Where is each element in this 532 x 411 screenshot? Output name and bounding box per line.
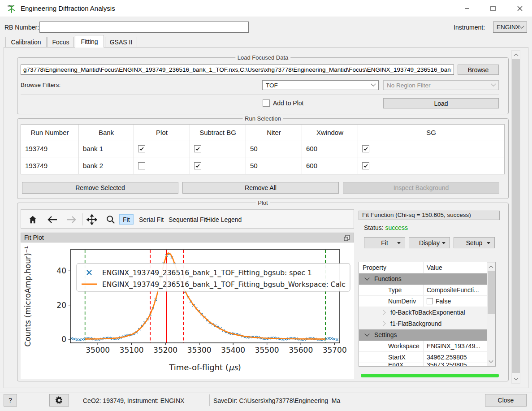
x-tick-label: 35200 — [153, 346, 177, 355]
status-value: success — [385, 224, 408, 231]
property-section-settings[interactable]: Settings — [359, 329, 487, 341]
property-row-workspace[interactable]: WorkspaceENGINX_193749... — [359, 341, 487, 352]
fit-status-line: Status: success — [364, 224, 408, 231]
x-tick-label: 35700 — [323, 346, 347, 355]
remove-all-button[interactable]: Remove All — [182, 182, 339, 194]
maximize-button[interactable] — [482, 0, 504, 17]
region-filter-value: No Region Filter — [387, 82, 431, 89]
chevron-right-icon[interactable] — [381, 310, 385, 315]
property-row-numderiv[interactable]: NumDerivFalse — [359, 296, 487, 307]
load-group-separator — [21, 94, 499, 95]
fit-plot-canvas[interactable]: 3500035100352003530035400355003560035700… — [21, 242, 354, 379]
tab-calibration[interactable]: Calibration — [5, 37, 47, 47]
scroll-up-icon[interactable] — [489, 265, 493, 270]
subtract-bg-checkbox[interactable] — [194, 162, 201, 169]
property-section-functions[interactable]: Functions — [359, 273, 487, 285]
property-value[interactable]: 35673.259805 — [424, 363, 487, 366]
chevron-down-icon — [371, 82, 376, 87]
property-value[interactable]: CompositeFuncti... — [424, 285, 487, 295]
fit-menu-button[interactable]: Fit — [364, 237, 405, 248]
home-icon[interactable] — [26, 213, 39, 226]
tab-fitting[interactable]: Fitting — [75, 35, 104, 48]
browse-button[interactable]: Browse — [458, 65, 499, 75]
run-selection-table[interactable]: Run NumberBankPlotSubtract BGNiterXwindo… — [21, 124, 505, 174]
tab-gsas2[interactable]: GSAS II — [105, 37, 137, 47]
sg-checkbox[interactable] — [362, 145, 369, 152]
plot-legend: ENGINX_193749_236516_bank_1_TOF_Fitting_… — [77, 264, 350, 291]
chevron-down-icon[interactable] — [364, 331, 369, 336]
fit-property-browser[interactable]: PropertyValueFunctionsTypeCompositeFunct… — [359, 262, 496, 367]
cell-run[interactable]: 193749 — [21, 157, 79, 174]
browse-filters-label: Browse Filters: — [21, 82, 61, 88]
page-scrollbar[interactable] — [511, 50, 520, 384]
scroll-down-icon[interactable] — [489, 359, 493, 363]
cell — [358, 157, 504, 174]
fit-function-header: Fit Function (Chi-sq = 150.605, success) — [359, 211, 500, 220]
property-group-f0-backtobackexponential[interactable]: f0-BackToBackExponential — [359, 307, 487, 318]
fit-toggle-button[interactable]: Fit — [119, 214, 134, 225]
cell-run[interactable]: 193749 — [21, 140, 79, 157]
pan-icon[interactable] — [86, 213, 98, 226]
property-row-type[interactable]: TypeCompositeFuncti... — [359, 285, 487, 296]
scrollbar-thumb[interactable] — [488, 271, 495, 314]
cell-xwindow[interactable]: 600 — [302, 140, 358, 157]
hide-legend-button[interactable]: Hide Legend — [203, 214, 245, 225]
add-to-plot-checkbox[interactable] — [263, 100, 270, 107]
focused-run-files-input[interactable] — [21, 65, 454, 75]
numderiv-checkbox[interactable] — [427, 298, 433, 304]
close-button[interactable]: Close — [485, 394, 527, 407]
cell-bank[interactable]: bank 1 — [79, 140, 134, 157]
settings-button[interactable] — [49, 394, 69, 407]
plot-checkbox[interactable] — [138, 162, 145, 169]
scrollbar-thumb[interactable] — [512, 59, 520, 373]
serial-fit-button[interactable]: Serial Fit — [136, 214, 167, 225]
table-row[interactable]: 193749bank 150600 — [21, 140, 504, 157]
chevron-right-icon[interactable] — [381, 321, 385, 326]
close-window-button[interactable] — [508, 0, 532, 17]
property-value[interactable]: ENGINX_193749... — [424, 341, 487, 351]
cell-niter[interactable]: 50 — [246, 157, 302, 174]
tab-focus[interactable]: Focus — [48, 37, 74, 47]
x-tick-label: 35300 — [187, 346, 212, 355]
scroll-up-icon[interactable] — [514, 53, 518, 58]
instrument-combo[interactable]: ENGINX — [493, 22, 527, 33]
region-filter-combo: No Region Filter — [383, 80, 499, 90]
zoom-icon[interactable] — [104, 213, 117, 226]
fit-progress-bar — [361, 374, 499, 377]
plot-checkbox[interactable] — [138, 145, 145, 152]
x-axis-label: Time-of-flight (µs) — [169, 363, 241, 372]
setup-menu-button[interactable]: Setup — [454, 237, 495, 248]
fit-plot-dock-header[interactable]: Fit Plot — [21, 233, 354, 242]
property-group-f1-flatbackground[interactable]: f1-FlatBackground — [359, 318, 487, 329]
mantid-app-icon — [6, 3, 17, 14]
property-row-startx[interactable]: StartX34962.259805 — [359, 352, 487, 363]
float-dock-icon[interactable] — [344, 235, 350, 241]
subtract-bg-checkbox[interactable] — [194, 145, 201, 152]
instrument-label: Instrument: — [454, 24, 485, 31]
property-value[interactable]: 34962.259805 — [424, 352, 487, 363]
cell-bank[interactable]: bank 2 — [79, 157, 134, 174]
scroll-down-icon[interactable] — [514, 376, 518, 381]
property-row-endx[interactable]: EndX35673.259805 — [359, 363, 487, 367]
sg-checkbox[interactable] — [362, 162, 369, 169]
unit-filter-combo[interactable]: TOF — [262, 80, 379, 90]
status-bar: ? CeO2: 193749, Instrument: ENGINX SaveD… — [0, 393, 532, 411]
rb-number-input[interactable] — [39, 22, 249, 33]
property-table-scrollbar[interactable] — [487, 262, 495, 366]
cell-niter[interactable]: 50 — [246, 140, 302, 157]
load-button[interactable]: Load — [383, 98, 499, 108]
table-row[interactable]: 193749bank 250600 — [21, 157, 504, 174]
display-menu-button[interactable]: Display — [409, 237, 450, 248]
remove-selected-button[interactable]: Remove Selected — [22, 182, 178, 194]
cell — [134, 140, 190, 157]
help-button[interactable]: ? — [4, 394, 17, 407]
menu-arrow-icon — [487, 242, 490, 244]
title-bar: Engineering Diffraction Analysis — [0, 0, 532, 17]
chevron-down-icon[interactable] — [364, 275, 369, 280]
minimize-button[interactable] — [456, 0, 478, 17]
back-icon[interactable] — [46, 213, 59, 226]
cell-xwindow[interactable]: 600 — [302, 157, 358, 174]
column-header: Subtract BG — [190, 125, 246, 140]
property-value[interactable]: False — [424, 296, 487, 307]
x-tick-label: 35600 — [289, 346, 313, 355]
